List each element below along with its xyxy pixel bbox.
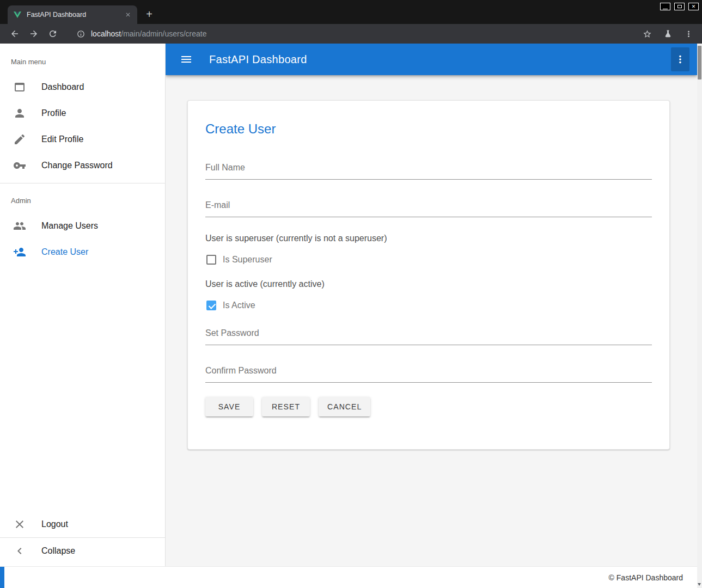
browser-menu-icon[interactable] — [682, 28, 694, 40]
key-icon — [13, 159, 26, 172]
close-window-button[interactable]: ✕ — [688, 3, 699, 10]
superuser-checkbox-row: Is Superuser — [206, 253, 652, 266]
browser-tab[interactable]: FastAPI Dashboard — [8, 5, 137, 24]
sidebar-item-label: Edit Profile — [41, 134, 83, 144]
scrollbar[interactable] — [697, 44, 702, 588]
bookmark-star-icon[interactable] — [641, 28, 653, 40]
extension-icon[interactable] — [662, 28, 674, 40]
sidebar-item-logout[interactable]: Logout — [0, 511, 165, 537]
scrollbar-thumb[interactable] — [698, 46, 701, 79]
create-user-title: Create User — [205, 120, 652, 138]
forward-icon — [29, 29, 39, 39]
dashboard-icon — [13, 81, 26, 94]
sidebar-item-manage-users[interactable]: Manage Users — [0, 213, 165, 239]
sidebar-section-main-menu: Main menu — [0, 44, 165, 74]
sidebar-item-label: Profile — [41, 108, 66, 118]
sidebar-item-label: Logout — [41, 519, 68, 529]
reload-icon — [48, 29, 58, 39]
reset-button[interactable]: RESET — [262, 397, 310, 416]
tab-title: FastAPI Dashboard — [27, 11, 123, 19]
sidebar-item-dashboard[interactable]: Dashboard — [0, 74, 165, 100]
browser-window: FastAPI Dashboard + ✕ localhost/main/adm… — [0, 0, 702, 588]
browser-titlebar: FastAPI Dashboard + ✕ — [0, 0, 702, 24]
appbar-menu-button[interactable] — [671, 47, 689, 71]
person-icon — [13, 107, 26, 120]
sidebar-divider — [0, 183, 165, 183]
sidebar-item-collapse[interactable]: Collapse — [0, 538, 165, 564]
address-bar: localhost/main/admin/users/create — [0, 24, 702, 44]
vue-logo-icon — [13, 10, 22, 19]
pencil-icon — [13, 133, 26, 146]
cancel-button[interactable]: CANCEL — [319, 397, 370, 416]
sidebar-section-admin: Admin — [0, 188, 165, 213]
active-checkbox-label: Is Active — [223, 301, 255, 310]
confirm-password-input[interactable] — [205, 365, 652, 383]
chevron-left-icon — [13, 544, 26, 558]
sidebar: Main menu Dashboard Profile Edit Profile — [0, 44, 166, 566]
addressbar-actions — [641, 28, 694, 40]
url-host: localhost — [91, 29, 121, 38]
maximize-button[interactable] — [674, 3, 685, 10]
set-password-input[interactable] — [205, 327, 652, 345]
url-bar[interactable]: localhost/main/admin/users/create — [91, 29, 206, 38]
page: Main menu Dashboard Profile Edit Profile — [0, 44, 702, 588]
kebab-icon — [674, 53, 686, 65]
window-controls: ✕ — [660, 3, 699, 10]
content-area: Create User User is superuser (currently… — [166, 75, 697, 566]
scroll-down-arrow-icon[interactable] — [698, 583, 701, 586]
superuser-checkbox[interactable] — [206, 255, 216, 265]
active-checkbox-row: Is Active — [206, 299, 652, 312]
footer-text: © FastAPI Dashboard — [609, 573, 697, 582]
minimize-button[interactable] — [660, 3, 670, 10]
create-user-card: Create User User is superuser (currently… — [187, 100, 670, 450]
main-area: FastAPI Dashboard Create User User is su… — [166, 44, 697, 566]
page-info-icon[interactable] — [75, 28, 87, 40]
forward-button[interactable] — [27, 27, 41, 41]
footer: © FastAPI Dashboard — [0, 566, 697, 588]
hamburger-menu-button[interactable] — [175, 48, 197, 70]
back-button[interactable] — [8, 27, 22, 41]
active-hint: User is active (currently active) — [205, 278, 652, 290]
email-input[interactable] — [205, 199, 652, 217]
person-add-icon — [13, 246, 26, 259]
minimize-icon — [663, 9, 668, 9]
active-checkbox[interactable] — [206, 301, 216, 310]
appbar-title: FastAPI Dashboard — [209, 53, 307, 66]
new-tab-button[interactable]: + — [142, 7, 157, 22]
sidebar-item-edit-profile[interactable]: Edit Profile — [0, 126, 165, 152]
hamburger-icon — [180, 53, 193, 66]
footer-accent — [0, 567, 4, 588]
maximize-icon — [677, 5, 682, 8]
sidebar-item-create-user[interactable]: Create User — [0, 239, 165, 265]
sidebar-item-profile[interactable]: Profile — [0, 100, 165, 126]
people-icon — [13, 219, 26, 232]
app-bar: FastAPI Dashboard — [166, 44, 697, 75]
superuser-hint: User is superuser (currently is not a su… — [205, 232, 652, 244]
save-button[interactable]: SAVE — [205, 397, 253, 416]
sidebar-item-label: Collapse — [41, 546, 75, 556]
sidebar-item-label: Manage Users — [41, 221, 98, 231]
logout-x-icon — [13, 518, 26, 531]
full-name-input[interactable] — [205, 162, 652, 180]
back-icon — [10, 29, 20, 39]
close-icon: ✕ — [692, 4, 696, 9]
superuser-checkbox-label: Is Superuser — [223, 255, 272, 265]
sidebar-item-label: Dashboard — [41, 82, 84, 92]
reload-button[interactable] — [46, 27, 60, 41]
url-path: /main/admin/users/create — [121, 29, 206, 38]
sidebar-item-label: Create User — [41, 247, 88, 257]
form-buttons: SAVE RESET CANCEL — [205, 397, 652, 416]
tab-close-icon[interactable] — [123, 10, 133, 20]
sidebar-item-change-password[interactable]: Change Password — [0, 152, 165, 179]
sidebar-item-label: Change Password — [41, 161, 113, 170]
